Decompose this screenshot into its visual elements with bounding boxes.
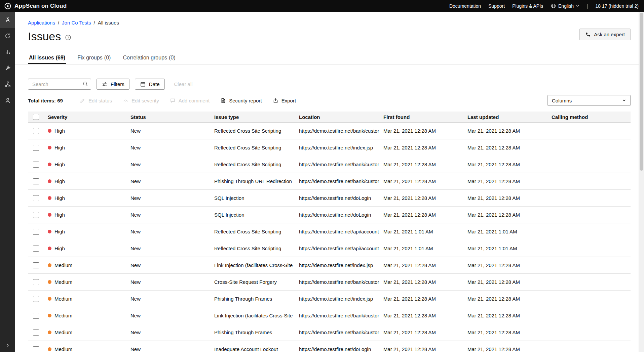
issue-type-cell[interactable]: Phishing Through URL Redirection (210, 178, 294, 184)
sidebar-expand-button[interactable] (0, 339, 15, 352)
status-cell: New (126, 329, 210, 335)
issue-type-cell[interactable]: SQL Injection (210, 195, 294, 201)
last-updated-cell: Mar 21, 2021 12:28 AM (463, 128, 547, 134)
table-row[interactable]: High New Reflected Cross Site Scripting … (28, 123, 631, 139)
issue-type-cell[interactable]: Link Injection (facilitates Cross-Site R (210, 313, 294, 318)
issue-type-cell[interactable]: Inadequate Account Lockout (210, 346, 294, 352)
table-row[interactable]: High New Reflected Cross Site Scripting … (28, 223, 631, 240)
row-select-cell (28, 145, 43, 151)
status-cell: New (126, 145, 210, 150)
row-checkbox[interactable] (33, 162, 39, 168)
add-comment-button[interactable]: Add comment (170, 98, 210, 103)
issue-type-cell[interactable]: Phishing Through Frames (210, 329, 294, 335)
topnav-plugins-apis[interactable]: Plugins & APIs (512, 3, 543, 9)
topnav-support[interactable]: Support (488, 3, 505, 9)
issue-type-cell[interactable]: Link Injection (facilitates Cross-Site R (210, 262, 294, 268)
issue-type-cell[interactable]: Cross-Site Request Forgery (210, 279, 294, 285)
table-row[interactable]: High New Reflected Cross Site Scripting … (28, 240, 631, 257)
issue-type-cell[interactable]: Reflected Cross Site Scripting (210, 229, 294, 234)
columns-dropdown[interactable]: Columns (547, 95, 631, 106)
row-checkbox[interactable] (33, 178, 39, 184)
issue-type-cell[interactable]: Reflected Cross Site Scripting (210, 246, 294, 251)
table-row[interactable]: High New Reflected Cross Site Scripting … (28, 139, 631, 156)
language-selector[interactable]: English (551, 3, 579, 9)
table-row[interactable]: High New Reflected Cross Site Scripting … (28, 156, 631, 173)
severity-label: High (54, 212, 65, 218)
search-icon[interactable] (82, 81, 88, 87)
row-checkbox[interactable] (33, 229, 39, 235)
account-menu[interactable]: 18 17 (hidden trial 2) (596, 3, 639, 9)
search-input[interactable] (28, 79, 91, 90)
vertical-scrollbar[interactable] (639, 12, 644, 352)
severity-dot-icon (48, 213, 51, 217)
row-checkbox[interactable] (33, 246, 39, 252)
ask-an-expert-button[interactable]: Ask an expert (579, 29, 631, 40)
breadcrumb-applications[interactable]: Applications (28, 20, 55, 26)
table-row[interactable]: Medium New Phishing Through Frames https… (28, 291, 631, 307)
comment-icon (170, 98, 176, 103)
filters-button[interactable]: Filters (97, 79, 129, 90)
sidebar-item-reports[interactable] (0, 44, 15, 60)
table-row[interactable]: Medium New Phishing Through Frames https… (28, 324, 631, 341)
edit-severity-button[interactable]: Edit severity (123, 98, 159, 103)
severity-cell: High (43, 145, 126, 150)
severity-label: High (54, 145, 65, 150)
table-row[interactable]: Medium New Link Injection (facilitates C… (28, 257, 631, 274)
column-header-first-found[interactable]: First found (379, 114, 463, 120)
table-row[interactable]: High New Phishing Through URL Redirectio… (28, 173, 631, 190)
sidebar-item-fix-tools[interactable] (0, 60, 15, 76)
tab-fix-groups[interactable]: Fix groups (0) (76, 52, 112, 64)
sidebar-item-profile[interactable] (0, 92, 15, 108)
sidebar-item-scans[interactable] (0, 28, 15, 44)
topnav-documentation[interactable]: Documentation (449, 3, 481, 9)
column-header-severity[interactable]: Severity (43, 114, 126, 120)
issue-type-cell[interactable]: Reflected Cross Site Scripting (210, 162, 294, 167)
export-button[interactable]: Export (273, 98, 296, 103)
scrollbar-thumb[interactable] (640, 13, 643, 171)
severity-label: High (54, 128, 65, 134)
select-all-checkbox[interactable] (33, 114, 39, 120)
edit-status-button[interactable]: Edit status (80, 98, 112, 103)
help-icon[interactable]: ? (65, 34, 71, 41)
table-row[interactable]: Medium New Link Injection (facilitates C… (28, 307, 631, 324)
row-checkbox[interactable] (33, 145, 39, 151)
column-header-status[interactable]: Status (126, 114, 210, 120)
date-button[interactable]: Date (135, 79, 165, 90)
issue-type-cell[interactable]: Reflected Cross Site Scripting (210, 145, 294, 150)
row-checkbox[interactable] (33, 313, 39, 319)
ask-an-expert-label: Ask an expert (594, 32, 625, 37)
sidebar-item-organization[interactable] (0, 76, 15, 92)
column-header-last-updated[interactable]: Last updated (463, 114, 547, 120)
row-checkbox[interactable] (33, 128, 39, 134)
tabs: All issues (69) Fix groups (0) Correlati… (15, 52, 639, 64)
issue-type-cell[interactable]: Phishing Through Frames (210, 296, 294, 302)
column-header-location[interactable]: Location (294, 114, 379, 120)
row-checkbox[interactable] (33, 212, 39, 218)
issue-type-cell[interactable]: Reflected Cross Site Scripting (210, 128, 294, 134)
row-checkbox[interactable] (33, 329, 39, 336)
columns-label: Columns (552, 98, 572, 103)
issue-type-cell[interactable]: SQL Injection (210, 212, 294, 218)
row-checkbox[interactable] (33, 346, 39, 352)
severity-cell: Medium (43, 329, 126, 335)
row-checkbox[interactable] (33, 296, 39, 302)
column-header-calling-method[interactable]: Calling method (547, 114, 631, 120)
table-row[interactable]: Medium New Inadequate Account Lockout ht… (28, 341, 631, 352)
severity-cell: High (43, 212, 126, 218)
security-report-button[interactable]: Security report (220, 98, 262, 103)
table-row[interactable]: High New SQL Injection https://demo.test… (28, 190, 631, 207)
home-link[interactable]: AppScan on Cloud (0, 2, 67, 10)
sidebar-item-applications[interactable] (0, 12, 15, 28)
tab-all-issues[interactable]: All issues (69) (28, 52, 66, 64)
table-row[interactable]: High New SQL Injection https://demo.test… (28, 207, 631, 223)
row-checkbox[interactable] (33, 262, 39, 268)
clear-all-button[interactable]: Clear all (174, 81, 193, 87)
tab-correlation-groups[interactable]: Correlation groups (0) (122, 52, 176, 64)
row-select-cell (28, 296, 43, 302)
column-header-issue-type[interactable]: Issue type (210, 114, 294, 120)
row-checkbox[interactable] (33, 279, 39, 285)
severity-dot-icon (48, 280, 51, 284)
table-row[interactable]: Medium New Cross-Site Request Forgery ht… (28, 274, 631, 291)
breadcrumb-application-name[interactable]: Jon Co Tests (62, 20, 91, 26)
row-checkbox[interactable] (33, 195, 39, 201)
